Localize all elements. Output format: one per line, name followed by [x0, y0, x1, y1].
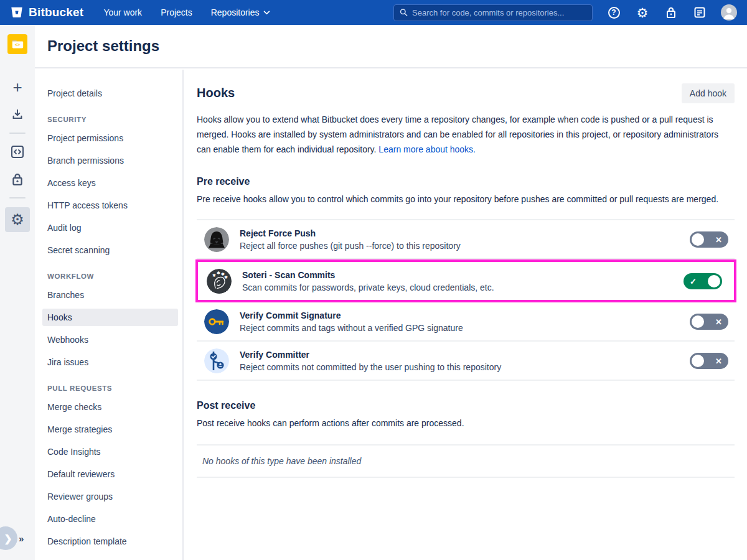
- import-download-icon[interactable]: [7, 105, 28, 124]
- hook-toggle-verify-committer-off[interactable]: ✕: [690, 353, 728, 369]
- topbar-nav: Your workProjectsRepositories: [103, 7, 270, 17]
- toggle-knob[interactable]: [708, 275, 720, 287]
- sidebar-item-hooks[interactable]: Hooks: [42, 309, 178, 326]
- sidebar-item-project-details[interactable]: Project details: [42, 85, 178, 102]
- topbar-link-your-work[interactable]: Your work: [103, 7, 142, 17]
- svg-text:✱: ✱: [212, 273, 216, 278]
- page-header: Project settings: [35, 25, 747, 68]
- code-icon[interactable]: [7, 142, 28, 161]
- sidebar-item-auto-decline[interactable]: Auto-decline: [42, 510, 178, 528]
- hook-row-soteri-scan-commits: ✱✱✱✱Soteri - Scan CommitsScan commits fo…: [199, 262, 728, 300]
- sidebar-item-merge-checks[interactable]: Merge checks: [42, 398, 178, 416]
- sidebar-item-branch-permissions[interactable]: Branch permissions: [42, 152, 178, 169]
- topbar-link-label: Projects: [161, 7, 192, 17]
- svg-text:<>: <>: [15, 42, 20, 47]
- check-icon: ✓: [690, 273, 697, 289]
- hook-toggle-verify-commit-signature-off[interactable]: ✕: [690, 314, 728, 330]
- cross-icon: ✕: [715, 314, 722, 330]
- pre-receive-description: Pre receive hooks allow you to control w…: [197, 192, 726, 207]
- icon-rail: <> + ⚙ ❯ »: [0, 25, 35, 560]
- lock-icon[interactable]: [664, 5, 679, 20]
- hooks-intro: Hooks allow you to extend what Bitbucket…: [197, 112, 735, 157]
- hook-name: Verify Commit Signature: [240, 310, 463, 320]
- hook-name: Reject Force Push: [240, 228, 461, 238]
- topbar-right: ? ⚙: [393, 4, 737, 21]
- svg-text:✱: ✱: [217, 271, 220, 276]
- hook-description: Scan commits for passwords, private keys…: [242, 282, 494, 292]
- soteri-avatar: ✱✱✱✱: [207, 269, 232, 294]
- sidebar-item-merge-strategies[interactable]: Merge strategies: [42, 421, 178, 438]
- user-avatar[interactable]: [721, 4, 737, 21]
- nav-section-header-security: SECURITY: [47, 116, 176, 123]
- toggle-knob[interactable]: [692, 233, 704, 246]
- nav-section-header-workflow: WORKFLOW: [47, 273, 176, 280]
- nav-section-header-pull-requests: PULL REQUESTS: [47, 385, 176, 392]
- post-receive-heading: Post receive: [197, 400, 735, 411]
- rail-divider: [9, 197, 26, 198]
- hook-row-verify-committer: Verify CommitterReject commits not commi…: [197, 342, 735, 381]
- sidebar-item-default-tasks[interactable]: Default tasks: [42, 555, 178, 560]
- search-input[interactable]: [412, 8, 586, 17]
- cross-icon: ✕: [715, 353, 722, 369]
- top-navigation-bar: Bitbucket Your workProjectsRepositories …: [0, 0, 747, 25]
- page-title: Project settings: [47, 37, 159, 55]
- sidebar-item-description-template[interactable]: Description template: [42, 533, 178, 550]
- sidebar-item-access-keys[interactable]: Access keys: [42, 174, 178, 192]
- hook-description: Reject commits and tags without a verifi…: [240, 323, 463, 333]
- chevron-down-icon: [263, 11, 270, 15]
- topbar-link-label: Repositories: [211, 7, 260, 17]
- lock-icon[interactable]: [7, 170, 28, 189]
- key-avatar: [204, 309, 229, 334]
- help-icon[interactable]: ?: [606, 5, 621, 20]
- gear-icon[interactable]: ⚙: [635, 5, 650, 20]
- project-avatar[interactable]: <>: [7, 34, 27, 54]
- create-plus-icon[interactable]: +: [7, 78, 28, 96]
- hook-toggle-reject-force-push-off[interactable]: ✕: [690, 231, 728, 248]
- sidebar-item-project-permissions[interactable]: Project permissions: [42, 129, 178, 147]
- feedback-icon[interactable]: [692, 5, 707, 20]
- sidebar-item-audit-log[interactable]: Audit log: [42, 219, 178, 236]
- hook-description: Reject commits not committed by the user…: [240, 362, 501, 372]
- vader-avatar: [204, 227, 229, 252]
- expand-chevron-icon[interactable]: ❯: [0, 526, 17, 550]
- search-icon: [400, 8, 408, 17]
- sidebar-item-jira-issues[interactable]: Jira issues: [42, 353, 178, 371]
- expand-double-chevron-icon[interactable]: »: [19, 533, 24, 544]
- committer-avatar: [204, 348, 229, 373]
- sidebar-item-code-insights[interactable]: Code Insights: [42, 443, 178, 460]
- sidebar-item-default-reviewers[interactable]: Default reviewers: [42, 465, 178, 483]
- toggle-knob[interactable]: [692, 315, 704, 328]
- hook-row-verify-commit-signature: Verify Commit SignatureReject commits an…: [197, 302, 735, 342]
- sidebar-expand: ❯ »: [0, 526, 24, 550]
- learn-more-link[interactable]: Learn more about hooks.: [378, 144, 476, 154]
- svg-text:✱: ✱: [224, 275, 228, 280]
- highlight-annotation-box: ✱✱✱✱Soteri - Scan CommitsScan commits fo…: [195, 259, 736, 302]
- folder-code-icon: <>: [11, 37, 24, 51]
- hook-description: Reject all force pushes (git push --forc…: [240, 241, 461, 251]
- sidebar-item-http-access-tokens[interactable]: HTTP access tokens: [42, 197, 178, 214]
- add-hook-button[interactable]: Add hook: [682, 83, 735, 103]
- settings-gear-icon-selected[interactable]: ⚙: [5, 207, 30, 232]
- hook-row-reject-force-push: Reject Force PushReject all force pushes…: [197, 220, 735, 259]
- sidebar-item-reviewer-groups[interactable]: Reviewer groups: [42, 488, 178, 505]
- pre-receive-hook-list: Reject Force PushReject all force pushes…: [197, 219, 735, 381]
- settings-nav-panel: Project detailsSECURITYProject permissio…: [35, 70, 184, 560]
- sidebar-item-branches[interactable]: Branches: [42, 286, 178, 304]
- bitbucket-logo[interactable]: Bitbucket: [10, 6, 83, 19]
- rail-divider: [9, 133, 26, 134]
- sidebar-item-secret-scanning[interactable]: Secret scanning: [42, 241, 178, 259]
- sidebar-item-webhooks[interactable]: Webhooks: [42, 331, 178, 348]
- person-icon: [721, 4, 737, 21]
- hook-toggle-soteri-scan-commits-on[interactable]: ✓: [684, 273, 722, 289]
- hook-name: Verify Committer: [240, 350, 501, 360]
- hooks-settings-main: Hooks Add hook Hooks allow you to extend…: [185, 70, 747, 560]
- pre-receive-heading: Pre receive: [197, 176, 735, 187]
- topbar-link-projects[interactable]: Projects: [161, 7, 192, 17]
- global-search[interactable]: [393, 4, 593, 21]
- toggle-knob[interactable]: [692, 355, 704, 367]
- hook-name: Soteri - Scan Commits: [242, 270, 494, 280]
- hooks-heading: Hooks: [197, 86, 235, 100]
- post-receive-description: Post receive hooks can perform actions a…: [197, 416, 726, 431]
- cross-icon: ✕: [715, 231, 722, 248]
- topbar-link-repositories[interactable]: Repositories: [211, 7, 270, 17]
